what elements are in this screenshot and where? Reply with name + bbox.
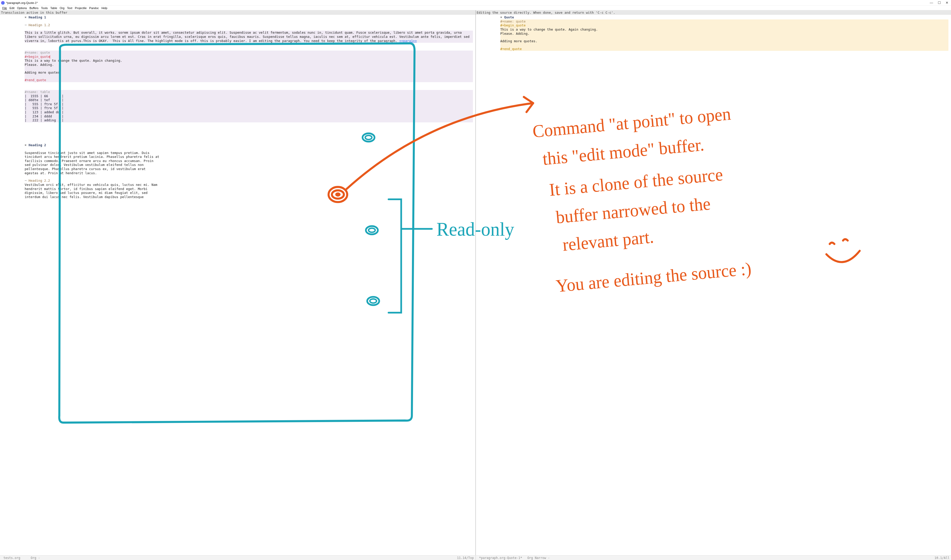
arrow-icon: ➞ <box>25 178 29 183</box>
menu-projectile[interactable]: Projectile <box>74 6 88 9</box>
heading-1-text: Heading 1 <box>29 15 46 19</box>
quote-block: #+name: quote #+begin_quote This is a wa… <box>25 51 473 82</box>
heading-2-text: Heading 2 <box>29 143 46 147</box>
heading-2-2[interactable]: ➞ Heading 2.2 <box>25 178 473 183</box>
left-pane[interactable]: Transclusion active in this buffer ✖ Hea… <box>0 10 476 555</box>
right-buffer-content[interactable]: ✖ Quote #+name: quote #+begin_quote This… <box>476 15 951 51</box>
text-cursor <box>50 55 50 58</box>
right-quote-body-2: Please. Adding. <box>500 32 949 36</box>
para2-text: Suspendisse tincidunt justo sit amet sap… <box>25 151 160 175</box>
table-name-line: #+name: table <box>25 90 473 94</box>
table-row[interactable]: | dddte | tef | <box>25 98 473 102</box>
menu-edit[interactable]: Edit <box>8 6 16 9</box>
modeline-right-mode: Org Narrow - <box>527 556 550 560</box>
menu-pandoc[interactable]: Pandoc <box>88 6 100 9</box>
modeline-left-buffer: tests.org <box>2 556 20 560</box>
left-status-line: Transclusion active in this buffer <box>0 10 476 15</box>
menu-org[interactable]: Org <box>58 6 66 9</box>
table-row[interactable]: | 1555 | 66 | <box>25 94 473 98</box>
modeline-right-pos: 10.1/All <box>934 556 949 560</box>
menu-table[interactable]: Table <box>49 6 58 9</box>
main-split: Transclusion active in this buffer ✖ Hea… <box>0 10 951 555</box>
maximize-button[interactable]: ☐ <box>938 1 941 5</box>
right-quote-block: #+name: quote #+begin_quote This is a wa… <box>500 20 949 51</box>
quote-heading[interactable]: ✖ Quote <box>500 15 949 20</box>
para1-link[interactable]: <<para1>> <box>399 39 417 43</box>
quote-begin-line: #+begin_quote <box>25 55 473 59</box>
modeline: tests.org Org - 11.14/Top *paragraph.org… <box>0 555 951 560</box>
right-quote-name: #+name: quote <box>500 20 949 24</box>
left-buffer-content[interactable]: ✖ Heading 1 ➞ Headign 1.2 This is a litt… <box>0 15 476 199</box>
table-row[interactable]: | 222 | adding | <box>25 118 473 122</box>
quote-body-3: Adding more quotes. <box>25 71 473 75</box>
menu-help[interactable]: Help <box>100 6 109 9</box>
window-controls: — ☐ ✕ <box>930 1 950 5</box>
menu-options[interactable]: Options <box>16 6 28 9</box>
para1-block: This is a little glitch. But overall, it… <box>25 31 473 43</box>
right-pane[interactable]: Editing the source directly. When done, … <box>476 10 951 555</box>
modeline-left-mode: Org - <box>31 556 40 560</box>
bullet-icon: ✖ <box>500 15 504 19</box>
titlebar: *paragraph.org-Quote-1* — ☐ ✕ <box>0 0 951 6</box>
table-row[interactable]: | 234 | dddd | <box>25 114 473 118</box>
bullet-icon: ✖ <box>25 143 29 147</box>
table-block: #+name: table | 1555 | 66 | | dddte | te… <box>25 90 473 122</box>
app-icon <box>1 1 5 5</box>
table-row[interactable]: | 555 | ftre 5f | <box>25 106 473 110</box>
menubar: File Edit Options Buffers Tools Table Or… <box>0 6 951 10</box>
right-quote-body-3: Adding more quotes. <box>500 39 949 43</box>
modeline-left: tests.org Org - 11.14/Top <box>0 556 476 560</box>
menu-file[interactable]: File <box>1 6 8 9</box>
window-title: *paragraph.org-Quote-1* <box>6 1 930 5</box>
heading-1-2-text: Headign 1.2 <box>29 23 50 27</box>
table-row[interactable]: | 123 | added dd | <box>25 110 473 114</box>
menu-buffers[interactable]: Buffers <box>28 6 40 9</box>
right-status-line: Editing the source directly. When done, … <box>476 10 951 15</box>
modeline-right: *paragraph.org-Quote-1* Org Narrow - 10.… <box>476 556 951 560</box>
quote-name-line: #+name: quote <box>25 51 473 55</box>
modeline-left-pos: 11.14/Top <box>457 556 474 560</box>
right-quote-body-1: This is a way to change the quote. Again… <box>500 28 949 32</box>
minimize-button[interactable]: — <box>930 1 933 5</box>
arrow-icon: ➞ <box>25 23 29 27</box>
right-quote-end: #+end_quote <box>500 47 949 51</box>
quote-body-1: This is a way to change the quote. Again… <box>25 58 473 63</box>
quote-heading-text: Quote <box>504 15 514 19</box>
menu-tools[interactable]: Tools <box>40 6 49 9</box>
bullet-icon: ✖ <box>25 15 29 19</box>
quote-body-2: Please. Adding. <box>25 63 473 67</box>
heading-1-2[interactable]: ➞ Headign 1.2 <box>25 23 473 27</box>
heading-2[interactable]: ✖ Heading 2 <box>25 143 473 147</box>
heading-1[interactable]: ✖ Heading 1 <box>25 15 473 20</box>
table-row[interactable]: | 555 | ftre 5f | <box>25 102 473 106</box>
para3-text: Vestibulum orci elit, efficitur eu vehic… <box>25 183 165 199</box>
heading-2-2-text: Heading 2.2 <box>29 178 50 183</box>
modeline-right-buffer: *paragraph.org-Quote-1* <box>477 556 522 560</box>
right-quote-begin: #+begin_quote <box>500 23 949 28</box>
menu-text[interactable]: Text <box>66 6 74 9</box>
close-button[interactable]: ✕ <box>946 1 948 5</box>
quote-end-line: #+end_quote <box>25 78 473 82</box>
